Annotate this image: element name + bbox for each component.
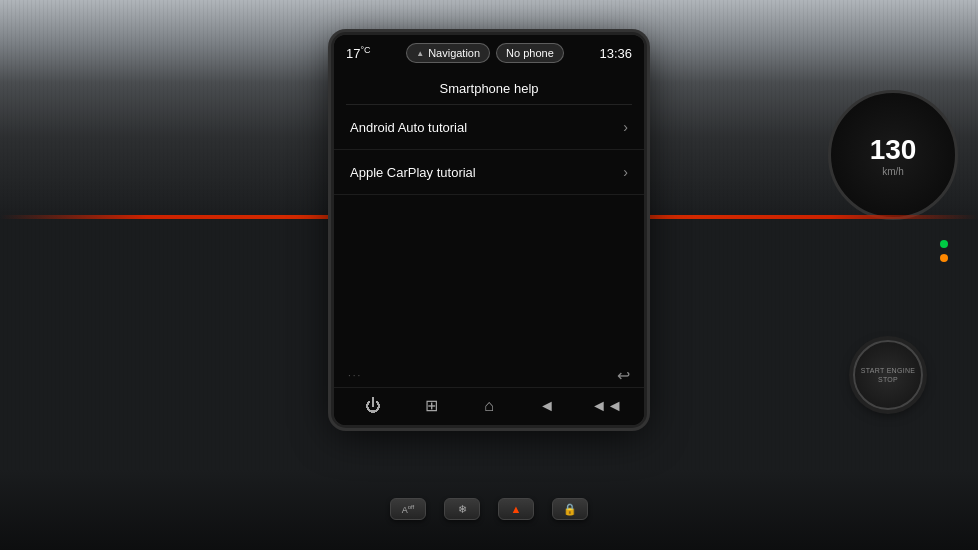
phone-button-label: No phone — [506, 47, 554, 59]
phone-button[interactable]: No phone — [496, 43, 564, 63]
volume-up-icon[interactable]: ◄◄ — [591, 397, 619, 415]
power-icon[interactable]: ⏻ — [359, 397, 387, 415]
content-area: Smartphone help Android Auto tutorial › … — [334, 71, 644, 362]
warning-triangle-icon: ▲ — [511, 503, 522, 515]
start-stop-label: START ENGINE STOP — [855, 366, 921, 384]
chevron-right-icon: › — [623, 119, 628, 135]
apple-carplay-item[interactable]: Apple CarPlay tutorial › — [334, 150, 644, 195]
speed-value: 130 — [870, 134, 917, 166]
start-stop-area: START ENGINE STOP — [853, 340, 923, 410]
clock-display: 13:36 — [599, 46, 632, 61]
indicator-orange — [940, 254, 948, 262]
top-status-bar: 17°C ▲ Navigation No phone 13:36 — [334, 35, 644, 71]
dashboard: 17°C ▲ Navigation No phone 13:36 Smartph… — [0, 0, 978, 550]
start-engine-stop-button[interactable]: START ENGINE STOP — [853, 340, 923, 410]
volume-down-icon[interactable]: ◄ — [533, 397, 561, 415]
bottom-controls-area: ··· ↩ ⏻ ⊞ ⌂ ◄ ◄◄ — [334, 362, 644, 425]
bottom-nav-bar: ⏻ ⊞ ⌂ ◄ ◄◄ — [334, 387, 644, 425]
android-auto-item[interactable]: Android Auto tutorial › — [334, 105, 644, 150]
nav-button-label: Navigation — [428, 47, 480, 59]
back-button[interactable]: ↩ — [617, 366, 630, 385]
adas-icon: Aoff — [402, 504, 415, 515]
indicator-lights — [940, 240, 948, 262]
nav-phone-buttons: ▲ Navigation No phone — [406, 43, 564, 63]
chevron-right-icon-2: › — [623, 164, 628, 180]
temp-unit: °C — [360, 45, 370, 55]
home-icon[interactable]: ⌂ — [475, 397, 503, 415]
temperature-display: 17°C — [346, 45, 371, 61]
back-dots-row: ··· ↩ — [334, 362, 644, 387]
physical-buttons-row: Aoff ❄ ▲ 🔒 — [390, 498, 588, 520]
climate-button[interactable]: ❄ — [444, 498, 480, 520]
speed-unit: km/h — [882, 166, 904, 177]
navigation-button[interactable]: ▲ Navigation — [406, 43, 490, 63]
nav-arrow-icon: ▲ — [416, 49, 424, 58]
speedometer-dial: 130 km/h — [828, 90, 958, 220]
apple-carplay-label: Apple CarPlay tutorial — [350, 165, 476, 180]
android-auto-label: Android Auto tutorial — [350, 120, 467, 135]
hazard-button[interactable]: ▲ — [498, 498, 534, 520]
infotainment-screen: 17°C ▲ Navigation No phone 13:36 Smartph… — [334, 35, 644, 425]
apps-grid-icon[interactable]: ⊞ — [417, 396, 445, 415]
adas-off-button[interactable]: Aoff — [390, 498, 426, 520]
speedometer-area: 130 km/h — [808, 80, 968, 280]
section-title: Smartphone help — [334, 71, 644, 104]
screen-bezel: 17°C ▲ Navigation No phone 13:36 Smartph… — [334, 35, 644, 425]
lock-button[interactable]: 🔒 — [552, 498, 588, 520]
indicator-green — [940, 240, 948, 248]
snowflake-icon: ❄ — [458, 503, 467, 516]
lock-icon: 🔒 — [563, 503, 577, 516]
temp-value: 17 — [346, 46, 360, 61]
dots-indicator: ··· — [348, 370, 362, 381]
